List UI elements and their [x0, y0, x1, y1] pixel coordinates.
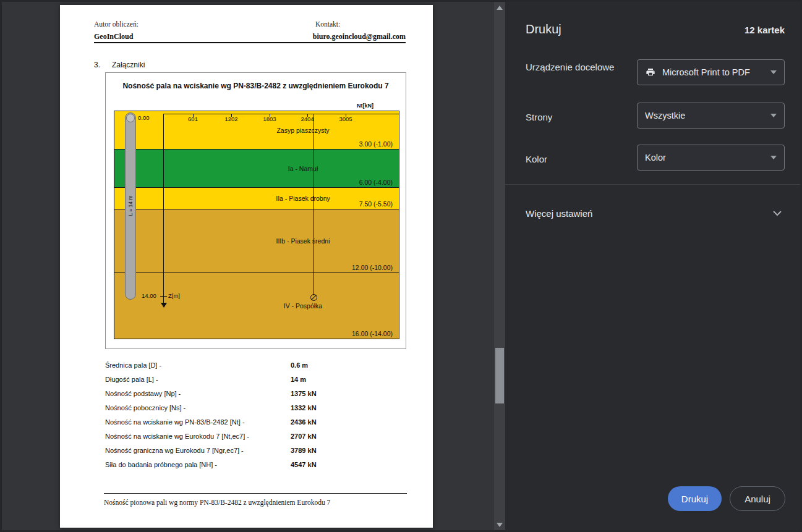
cancel-button[interactable]: Anuluj [730, 486, 785, 511]
result-label: Nośność podstawy [Np] - [105, 390, 181, 397]
printer-icon [645, 67, 656, 77]
result-label: Nośność na wciskanie wg PN-83/B-2482 [Nt… [105, 418, 245, 426]
section-title: Załączniki [112, 61, 145, 69]
capacity-marker [310, 294, 317, 301]
destination-select[interactable]: Microsoft Print to PDF [637, 59, 785, 85]
pages-select[interactable]: Wszystkie [637, 103, 785, 129]
result-label: Nośność na wciskanie wg Eurokodu 7 [Nt,e… [105, 433, 249, 440]
surface-depth-label: 0.00 [138, 114, 150, 121]
print-dialog-title: Drukuj [526, 22, 561, 36]
panel-divider [505, 184, 802, 185]
result-row: Nośność na wciskanie wg Eurokodu 7 [Nt,e… [105, 431, 402, 445]
color-value: Kolor [645, 153, 666, 163]
soil-layer-1: Zasyp piaszczysty 3.00 (-1.00) [114, 111, 399, 150]
pile-length-label: L = 14 m [127, 187, 134, 224]
result-row: Nośność graniczna wg Eurokodu 7 [Ngr,ec7… [105, 445, 402, 459]
section-number: 3. [94, 61, 100, 69]
soil-layer-name: Zasyp piaszczysty [207, 127, 399, 134]
more-settings-button[interactable]: Więcej ustawień [526, 201, 782, 225]
result-label: Nośność pobocznicy [Ns] - [105, 404, 186, 412]
pile-capacity-chart: Nośność pala na wciskanie wg PN-83/B-248… [105, 72, 406, 349]
x-tick-label: 1202 [224, 116, 237, 122]
print-dialog-window: Autor obliczeń: GeoInCloud Kontakt: biur… [0, 0, 802, 532]
result-row: Siła do badania próbnego pala [NH] - 454… [105, 459, 402, 473]
pile-head-circle [126, 114, 135, 122]
result-label: Siła do badania próbnego pala [NH] - [105, 461, 217, 468]
result-label: Średnica pala [D] - [105, 361, 161, 369]
print-button[interactable]: Drukuj [668, 486, 722, 511]
layer-boundary-depth: 3.00 (-1.00) [359, 140, 393, 148]
more-settings-label: Więcej ustawień [526, 208, 592, 219]
footer-rule [104, 493, 407, 494]
soil-layer-5: IV - Pospółka 16.00 (-14.00) [114, 273, 399, 339]
result-value: 2707 kN [291, 433, 317, 440]
document-page: Autor obliczeń: GeoInCloud Kontakt: biur… [60, 5, 433, 528]
scroll-down-icon [497, 523, 503, 527]
layer-boundary-depth: 16.00 (-14.00) [352, 330, 393, 337]
layer-boundary-depth: 6.00 (-4.00) [359, 179, 393, 186]
capacity-line [314, 114, 314, 295]
pages-value: Wszystkie [645, 111, 685, 120]
destination-value: Microsoft Print to PDF [662, 67, 750, 77]
print-settings-panel: Drukuj 12 kartek Urządzenie docelowe Mic… [505, 0, 802, 532]
soil-layer-name: IV - Pospółka [207, 302, 399, 310]
chevron-down-icon [770, 114, 777, 117]
document-footer-text: Nośność pionowa pali wg normy PN-83/B-24… [104, 499, 330, 506]
contact-email: biuro.geoincloud@gmail.com [313, 32, 406, 41]
chart-title: Nośność pala na wciskanie wg PN-83/B-248… [106, 82, 406, 90]
soil-layer-4: IIIb - Piasek średni 12.00 (-10.00) [114, 209, 399, 273]
result-row: Nośność na wciskanie wg PN-83/B-2482 [Nt… [105, 416, 402, 431]
destination-label: Urządzenie docelowe [526, 59, 625, 75]
soil-layer-3: IIa - Piasek drobny 7.50 (-5.50) [114, 188, 399, 209]
depth-axis-line [163, 114, 164, 303]
soil-layer-name: Ia - Namuł [207, 165, 399, 172]
layer-boundary-depth: 12.00 (-10.00) [352, 264, 393, 271]
result-value: 1332 kN [291, 404, 317, 412]
author-name: GeoInCloud [94, 32, 133, 41]
color-select[interactable]: Kolor [637, 145, 785, 171]
print-preview-area: Autor obliczeń: GeoInCloud Kontakt: biur… [0, 0, 494, 532]
result-row: Średnica pala [D] - 0.6 m [105, 360, 402, 374]
pile-tip-depth-tick [160, 296, 167, 297]
chevron-down-icon [773, 211, 782, 216]
depth-axis-title: Z[m] [168, 292, 180, 299]
result-label: Nośność graniczna wg Eurokodu 7 [Ngr,ec7… [105, 447, 244, 454]
result-value: 1375 kN [291, 390, 317, 397]
x-tick-label: 1803 [263, 116, 276, 122]
author-label: Autor obliczeń: [94, 20, 139, 28]
scroll-down-button[interactable] [494, 519, 505, 530]
x-tick-label: 601 [188, 116, 198, 122]
results-list: Średnica pala [D] - 0.6 m Długość pala [… [105, 360, 402, 473]
color-label: Kolor [526, 151, 625, 167]
x-axis-line [163, 114, 399, 114]
soil-layer-name: IIIb - Piasek średni [207, 237, 399, 245]
sheet-count: 12 kartek [744, 25, 785, 35]
result-row: Nośność podstawy [Np] - 1375 kN [105, 388, 402, 402]
chart-plot-area: Zasyp piaszczysty 3.00 (-1.00) Ia - Namu… [114, 111, 399, 339]
result-value: 0.6 m [291, 361, 308, 369]
chevron-down-icon [770, 156, 777, 159]
result-value: 14 m [291, 376, 306, 383]
depth-axis-arrow [161, 303, 167, 308]
contact-label: Kontakt: [315, 20, 340, 28]
result-value: 2436 kN [291, 418, 317, 426]
header-rule [94, 42, 406, 43]
x-tick-label: 3005 [339, 116, 352, 122]
scroll-up-icon [497, 6, 503, 10]
scroll-up-button[interactable] [494, 2, 505, 13]
scrollbar-thumb[interactable] [495, 348, 504, 403]
result-value: 4547 kN [291, 461, 317, 468]
result-label: Długość pala [L] - [105, 376, 158, 383]
result-row: Nośność pobocznicy [Ns] - 1332 kN [105, 402, 402, 416]
x-axis-title: Nt[kN] [357, 103, 373, 109]
preview-scrollbar[interactable] [494, 2, 505, 530]
x-tick-label: 2404 [301, 116, 314, 122]
pile-tip-depth-label: 14.00 [142, 292, 156, 299]
result-value: 3789 kN [291, 447, 317, 454]
result-row: Długość pala [L] - 14 m [105, 374, 402, 388]
dialog-actions: Drukuj Anuluj [668, 486, 785, 511]
pages-label: Strony [526, 109, 625, 125]
soil-layer-2: Ia - Namuł 6.00 (-4.00) [114, 150, 399, 188]
chevron-down-icon [770, 70, 777, 74]
layer-boundary-depth: 7.50 (-5.50) [359, 200, 393, 208]
